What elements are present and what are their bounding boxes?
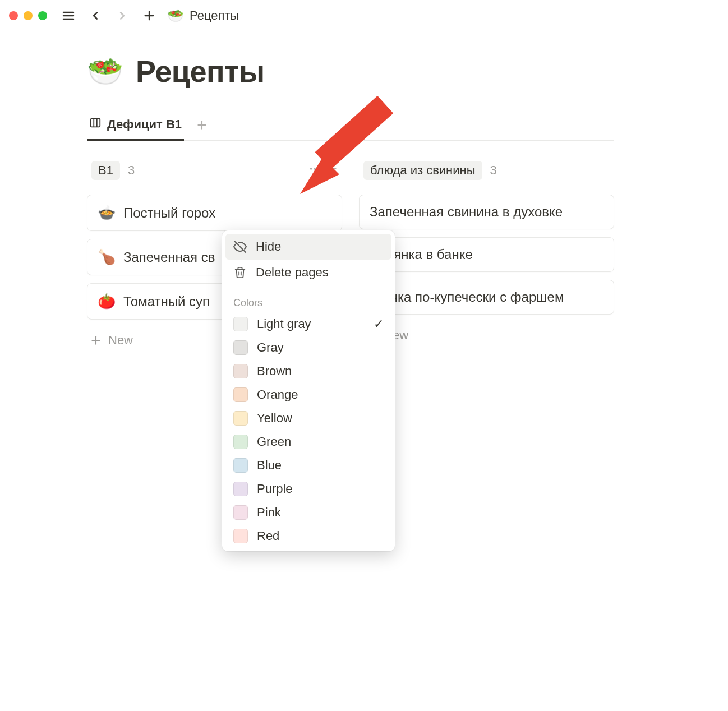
color-swatch	[233, 435, 248, 449]
svg-point-11	[314, 168, 316, 170]
window-toolbar: 🥗 Рецепты	[0, 0, 728, 31]
add-card-label: New	[108, 333, 133, 348]
column-header[interactable]: блюда из свинины 3	[359, 158, 614, 183]
window-traffic-lights	[9, 11, 47, 20]
add-card-button[interactable]: ew	[359, 322, 614, 348]
color-option[interactable]: Purple	[225, 477, 391, 501]
window-minimize-button[interactable]	[24, 11, 33, 20]
color-label: Yellow	[257, 411, 292, 426]
tab-active[interactable]: Дефицит В1	[87, 112, 184, 141]
color-label: Gray	[257, 340, 284, 355]
color-label: Purple	[257, 482, 293, 496]
svg-point-12	[317, 168, 320, 170]
color-swatch	[233, 458, 248, 473]
column-more-button[interactable]	[308, 163, 321, 178]
color-swatch	[233, 364, 248, 378]
trash-icon	[233, 266, 247, 279]
card-emoji: 🍅	[98, 293, 116, 310]
board-card[interactable]: 🍲 Постный горох	[87, 195, 342, 231]
color-option[interactable]: Brown	[225, 359, 391, 383]
color-option[interactable]: Red	[225, 524, 391, 548]
board-icon	[89, 117, 102, 132]
page-icon[interactable]: 🥗	[87, 54, 123, 89]
color-option[interactable]: Orange	[225, 383, 391, 407]
menu-item-label: Hide	[256, 239, 281, 254]
column-actions	[308, 163, 338, 178]
sidebar-toggle-button[interactable]	[59, 7, 77, 25]
card-title: Постный горох	[123, 205, 215, 221]
menu-item-label: Delete pages	[256, 265, 329, 280]
color-swatch	[233, 411, 248, 426]
color-swatch	[233, 317, 248, 331]
card-title: Гречка по-купечески с фаршем	[370, 289, 564, 305]
color-swatch	[233, 387, 248, 402]
plus-icon	[143, 10, 155, 22]
menu-section-colors: Colors	[225, 293, 391, 312]
column-header[interactable]: В1 3	[87, 158, 342, 183]
add-view-button[interactable]	[193, 117, 211, 135]
color-swatch	[233, 529, 248, 543]
color-swatch	[233, 340, 248, 355]
window-zoom-button[interactable]	[38, 11, 47, 20]
color-option[interactable]: Green	[225, 430, 391, 454]
column-count: 3	[490, 163, 497, 178]
chevron-right-icon	[116, 10, 128, 22]
page-title[interactable]: Рецепты	[136, 54, 265, 89]
color-label: Orange	[257, 387, 298, 402]
card-emoji: 🍲	[98, 204, 116, 221]
menu-divider	[222, 289, 395, 289]
board-card[interactable]: Запеченная свинина в духовке	[359, 195, 614, 229]
breadcrumb-title: Рецепты	[190, 8, 239, 23]
column-count: 3	[128, 163, 135, 178]
plus-icon	[326, 163, 338, 174]
color-option[interactable]: Light gray✓	[225, 312, 391, 336]
tab-label: Дефицит В1	[107, 117, 182, 132]
card-title: Запеченная св	[123, 250, 215, 265]
eye-off-icon	[233, 240, 247, 253]
color-label: Green	[257, 435, 291, 449]
nav-back-button[interactable]	[86, 7, 104, 25]
column-tag: В1	[91, 161, 120, 180]
color-list: Light gray✓GrayBrownOrangeYellowGreenBlu…	[225, 312, 391, 548]
chevron-left-icon	[89, 10, 102, 22]
nav-forward-button[interactable]	[113, 7, 131, 25]
color-option[interactable]: Blue	[225, 454, 391, 477]
color-label: Pink	[257, 505, 281, 520]
board-card[interactable]: Гречка по-купечески с фаршем	[359, 280, 614, 315]
add-card-label: ew	[393, 328, 408, 343]
plus-icon	[196, 119, 208, 131]
color-option[interactable]: Yellow	[225, 407, 391, 430]
color-label: Brown	[257, 364, 292, 378]
color-option[interactable]: Gray	[225, 336, 391, 359]
menu-item-delete[interactable]: Delete pages	[225, 260, 391, 285]
check-icon: ✓	[374, 317, 384, 331]
color-option[interactable]: Pink	[225, 501, 391, 524]
color-swatch	[233, 482, 248, 496]
card-title: Запеченная свинина в духовке	[370, 204, 563, 220]
column-tag: блюда из свинины	[363, 161, 482, 180]
view-tabs: Дефицит В1	[87, 112, 614, 141]
new-page-button[interactable]	[140, 7, 158, 25]
board-area: В1 3 🍲 Постный горох 🍗 Запеченная св	[87, 158, 728, 353]
color-label: Red	[257, 529, 279, 543]
page-emoji-small: 🥗	[167, 8, 184, 24]
hamburger-icon	[62, 9, 75, 22]
card-emoji: 🍗	[98, 248, 116, 266]
breadcrumb[interactable]: 🥗 Рецепты	[167, 8, 239, 24]
plus-icon	[90, 335, 102, 346]
menu-item-hide[interactable]: Hide	[225, 234, 391, 260]
color-label: Light gray	[257, 317, 311, 331]
window-close-button[interactable]	[9, 11, 18, 20]
card-title: Томатный суп	[123, 294, 210, 310]
dots-icon	[308, 163, 321, 175]
color-swatch	[233, 505, 248, 520]
page-header: 🥗 Рецепты	[87, 54, 728, 89]
column-add-button[interactable]	[326, 163, 338, 178]
svg-rect-5	[91, 119, 100, 127]
board-card[interactable]: Овсянка в банке	[359, 237, 614, 272]
column-context-menu: Hide Delete pages Colors Light gray✓Gray…	[222, 230, 395, 551]
board-column: блюда из свинины 3 Запеченная свинина в …	[359, 158, 614, 353]
page-content: 🥗 Рецепты Дефицит В1 В1 3	[0, 31, 728, 353]
svg-point-10	[310, 168, 312, 170]
color-label: Blue	[257, 458, 282, 473]
